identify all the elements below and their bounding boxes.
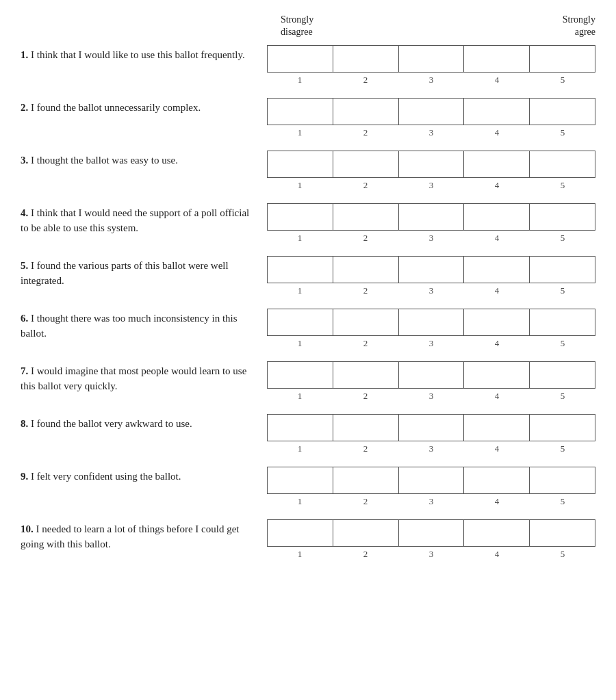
question-text-8: 8. I found the ballot very awkward to us… [21,414,253,432]
scale-boxes-4 [267,203,595,231]
scale-box-3-4[interactable] [464,151,530,177]
question-block-10: 10. I needed to learn a lot of things be… [21,519,595,560]
scale-box-4-1[interactable] [268,204,333,230]
scale-box-7-2[interactable] [333,362,399,388]
scale-box-1-5[interactable] [530,46,595,72]
scale-box-7-1[interactable] [268,362,333,388]
scale-num-9-5: 5 [530,496,595,507]
scale-boxes-7 [267,361,595,389]
scale-numbers-1: 12345 [267,73,595,86]
scale-num-5-3: 3 [398,285,464,296]
scale-box-8-4[interactable] [464,415,530,441]
scale-box-1-3[interactable] [399,46,465,72]
question-text-3: 3. I thought the ballot was easy to use. [21,151,253,168]
scale-num-7-4: 4 [464,391,530,402]
scale-box-9-4[interactable] [464,467,530,493]
scale-box-1-1[interactable] [268,46,333,72]
scale-box-10-3[interactable] [399,520,465,546]
scale-box-7-4[interactable] [464,362,530,388]
scale-box-9-2[interactable] [333,467,399,493]
scale-box-10-2[interactable] [333,520,399,546]
scale-box-5-2[interactable] [333,257,399,283]
scale-boxes-1 [267,45,595,73]
scale-box-6-4[interactable] [464,309,530,335]
scale-box-5-4[interactable] [464,257,530,283]
scale-box-2-5[interactable] [530,99,595,125]
scale-num-1-1: 1 [267,75,333,86]
scale-numbers-6: 12345 [267,336,595,349]
scale-num-5-1: 1 [267,285,333,296]
scale-box-6-3[interactable] [399,309,465,335]
scale-box-6-1[interactable] [268,309,333,335]
scale-box-10-5[interactable] [530,520,595,546]
question-text-5: 5. I found the various parts of this bal… [21,256,253,289]
scale-boxes-10 [267,519,595,547]
question-block-8: 8. I found the ballot very awkward to us… [21,414,595,454]
scale-box-8-1[interactable] [268,415,333,441]
scale-num-2-2: 2 [333,127,398,138]
question-block-1: 1. I think that I would like to use this… [21,45,595,86]
scale-box-2-2[interactable] [333,99,399,125]
scale-box-5-5[interactable] [530,257,595,283]
question-text-10: 10. I needed to learn a lot of things be… [21,519,253,552]
scale-box-4-2[interactable] [333,204,399,230]
scale-num-2-3: 3 [398,127,464,138]
scale-num-9-4: 4 [464,496,530,507]
scale-numbers-7: 12345 [267,389,595,402]
scale-num-10-4: 4 [464,549,530,560]
questions-container: 1. I think that I would like to use this… [21,45,595,572]
scale-box-3-3[interactable] [399,151,465,177]
scale-num-4-1: 1 [267,233,333,244]
scale-num-3-2: 2 [333,180,398,191]
scale-box-10-4[interactable] [464,520,530,546]
scale-box-8-2[interactable] [333,415,399,441]
question-block-4: 4. I think that I would need the support… [21,203,595,244]
scale-box-10-1[interactable] [268,520,333,546]
scale-num-4-3: 3 [398,233,464,244]
scale-numbers-9: 12345 [267,494,595,507]
scale-box-3-2[interactable] [333,151,399,177]
question-block-6: 6. I thought there was too much inconsis… [21,309,595,349]
scale-num-7-3: 3 [398,391,464,402]
scale-num-4-4: 4 [464,233,530,244]
scale-box-6-5[interactable] [530,309,595,335]
scale-num-6-2: 2 [333,338,398,349]
scale-box-9-1[interactable] [268,467,333,493]
scale-box-5-3[interactable] [399,257,465,283]
scale-box-8-5[interactable] [530,415,595,441]
scale-num-7-1: 1 [267,391,333,402]
scale-area-9: 12345 [267,467,595,507]
scale-num-9-2: 2 [333,496,398,507]
scale-box-2-4[interactable] [464,99,530,125]
scale-box-1-4[interactable] [464,46,530,72]
scale-box-7-5[interactable] [530,362,595,388]
scale-num-1-3: 3 [398,75,464,86]
scale-area-10: 12345 [267,519,595,560]
scale-num-7-5: 5 [530,391,595,402]
header-row: Stronglydisagree Stronglyagree [21,14,595,38]
scale-num-3-1: 1 [267,180,333,191]
question-block-9: 9. I felt very confident using the ballo… [21,467,595,507]
scale-box-3-1[interactable] [268,151,333,177]
scale-box-2-1[interactable] [268,99,333,125]
scale-area-4: 12345 [267,203,595,244]
scale-num-5-5: 5 [530,285,595,296]
scale-box-7-3[interactable] [399,362,465,388]
scale-box-2-3[interactable] [399,99,465,125]
scale-box-1-2[interactable] [333,46,399,72]
scale-box-8-3[interactable] [399,415,465,441]
scale-num-8-2: 2 [333,443,398,454]
scale-box-4-3[interactable] [399,204,465,230]
scale-box-4-5[interactable] [530,204,595,230]
scale-box-3-5[interactable] [530,151,595,177]
scale-num-10-5: 5 [530,549,595,560]
scale-box-9-3[interactable] [399,467,465,493]
scale-num-3-3: 3 [398,180,464,191]
scale-boxes-6 [267,309,595,336]
question-text-1: 1. I think that I would like to use this… [21,45,253,63]
scale-num-1-4: 4 [464,75,530,86]
scale-box-4-4[interactable] [464,204,530,230]
scale-box-9-5[interactable] [530,467,595,493]
scale-box-6-2[interactable] [333,309,399,335]
scale-box-5-1[interactable] [268,257,333,283]
